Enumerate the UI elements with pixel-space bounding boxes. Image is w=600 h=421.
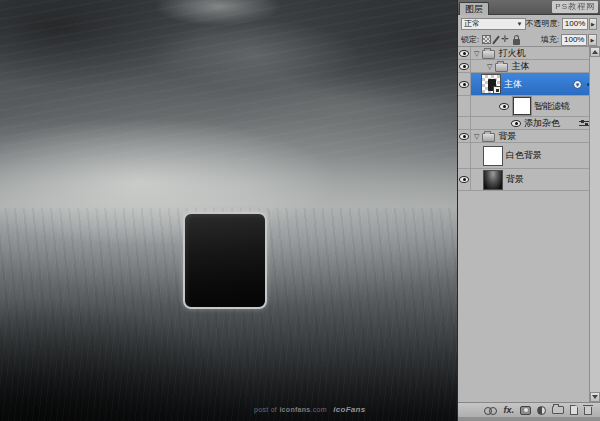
layer-style-fx-icon[interactable]: fx. [503,406,514,415]
lock-all-icon[interactable] [513,39,520,45]
document-canvas[interactable]: post of iconfans.com icoFans [0,0,457,421]
group-folder-icon [495,63,508,72]
credit-text: post of [254,406,277,413]
opacity-label: 不透明度: [526,18,560,29]
blend-mode-select[interactable]: 正常 ▼ [461,18,526,30]
scroll-down-button[interactable] [590,392,600,402]
layer-row-white-background[interactable]: 白色背景 [458,143,590,169]
credit-brand: icoFans [333,405,365,414]
lock-pixels-icon[interactable] [492,35,500,44]
layer-row-body-selected[interactable]: 主体 ▼ [458,73,590,96]
visibility-eye-icon[interactable] [459,63,469,70]
smart-filter-toggle-icon[interactable]: ▼ [573,80,582,89]
layer-thumbnail[interactable] [483,146,503,166]
panel-footer-strip [458,417,600,421]
opacity-stepper-button[interactable]: ▶ [589,18,597,30]
fill-stepper-button[interactable]: ▶ [588,34,597,46]
delete-layer-icon[interactable] [584,407,592,415]
fill-label: 填充: [541,34,559,45]
layer-name: 智能滤镜 [534,100,570,113]
visibility-eye-icon[interactable] [459,133,469,140]
lock-row: 锁定: ✛ 填充: 100% ▶ [458,32,600,47]
tab-layers[interactable]: 图层 [459,2,489,15]
storm-sky-texture [0,0,457,160]
layer-row-background-group[interactable]: ▽ 背景 [458,130,590,143]
layer-list: ▽ 打火机 ▽ 主体 [458,47,590,191]
triangle-down-icon [592,395,598,399]
layer-row-smart-filters[interactable]: 智能滤镜 [458,96,590,117]
visibility-eye-icon[interactable] [499,103,509,110]
layer-name: 背景 [498,130,516,142]
lock-label: 锁定: [461,34,479,45]
visibility-eye-icon[interactable] [511,120,521,127]
lighter-body-shape [183,212,267,309]
lock-position-icon[interactable]: ✛ [501,35,509,44]
group-folder-icon [482,50,495,59]
credit-tld: .com [311,406,327,413]
layer-row-lighter-group[interactable]: ▽ 打火机 [458,47,590,60]
visibility-eye-icon[interactable] [459,50,469,57]
smart-object-thumbnail[interactable] [481,74,501,94]
expand-caret-icon[interactable]: ▽ [474,133,479,140]
layer-row-body-group[interactable]: ▽ 主体 [458,60,590,73]
site-watermark: PS教程网 [552,1,598,13]
layers-bottom-bar: fx. [458,402,600,417]
layer-name: 白色背景 [506,149,542,162]
visibility-toggle-empty[interactable] [458,143,471,168]
add-layer-mask-icon[interactable] [520,406,531,415]
blend-mode-value: 正常 [464,18,480,29]
link-layers-icon[interactable] [484,407,497,414]
blend-row: 正常 ▼ 不透明度: 100% ▶ [458,16,600,31]
layer-name: 打火机 [498,47,525,59]
scroll-up-button[interactable] [590,47,600,57]
chevron-down-icon: ▼ [517,21,523,27]
new-layer-icon[interactable] [570,405,578,415]
layer-name: 背景 [506,173,524,186]
layer-controls: 正常 ▼ 不透明度: 100% ▶ 锁定: ✛ 填充: 100% [458,15,600,47]
smart-object-badge-icon [493,86,501,94]
layers-panel: 图层 PS教程网 正常 ▼ 不透明度: 100% ▶ 锁定: ✛ [457,0,600,421]
layer-row-add-noise[interactable]: 添加杂色 [458,117,590,130]
expand-caret-icon[interactable]: ▽ [487,63,492,70]
lock-transparency-icon[interactable] [482,35,491,44]
visibility-eye-icon[interactable] [459,176,469,183]
credit-site: iconfans [279,406,310,413]
fill-value-input[interactable]: 100% [561,34,587,46]
panel-tab-bar: 图层 PS教程网 [458,0,600,15]
layer-name: 主体 [511,60,529,72]
credit-watermark: post of iconfans.com icoFans [254,405,366,414]
layer-row-background[interactable]: 背景 [458,169,590,191]
triangle-up-icon [592,50,598,54]
adjustment-layer-icon[interactable] [537,406,546,415]
layer-name: 主体 [504,78,522,91]
photoshop-workspace: post of iconfans.com icoFans 图层 PS教程网 正常… [0,0,600,421]
expand-caret-icon[interactable]: ▽ [474,50,479,57]
layers-scrollbar[interactable] [589,47,600,402]
layer-name: 添加杂色 [524,117,560,129]
group-folder-icon [482,133,495,142]
new-group-icon[interactable] [552,406,564,414]
filter-mask-thumbnail[interactable] [513,97,531,115]
visibility-eye-icon[interactable] [459,81,469,88]
layer-thumbnail[interactable] [483,170,503,190]
opacity-value-input[interactable]: 100% [562,18,588,30]
